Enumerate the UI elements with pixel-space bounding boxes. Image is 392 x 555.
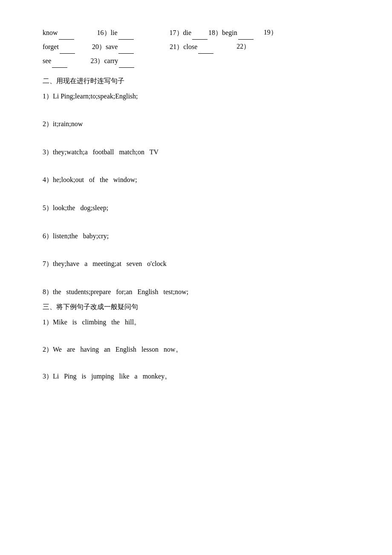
item-text: 1）Mike is climbing the hill。 <box>43 318 141 326</box>
item-num: 5）look;the dog;sleep; <box>43 204 108 211</box>
part2-item-7: 7）they;have a meeting;at seven o'clock <box>43 258 349 269</box>
item-23: 23）carry <box>90 54 135 68</box>
part2-items: 1）Li Ping;learn;to;speak;English; 2）it;r… <box>43 91 349 298</box>
item-17: 17）die 18）begin <box>170 26 254 40</box>
item-num: 3）they;watch;a football match;on TV <box>43 148 159 156</box>
part1-row1: know 16）lie 17）die 18）begin 19） <box>43 26 349 40</box>
part2-item-6: 6）listen;the baby;cry; <box>43 231 349 242</box>
part2-item-8: 8）the students;prepare for;an English te… <box>43 286 349 298</box>
item-text: 3）Li Ping is jumping like a monkey。 <box>43 373 171 380</box>
item-text: 2）We are having an English lesson now。 <box>43 346 182 353</box>
part2-title: 二、用现在进行时连写句子 <box>43 77 124 84</box>
item-num: 7）they;have a meeting;at seven o'clock <box>43 260 167 267</box>
part3-item-3: 3）Li Ping is jumping like a monkey。 <box>43 371 349 382</box>
part3-items: 1）Mike is climbing the hill。 2）We are ha… <box>43 317 349 382</box>
part3-item-2: 2）We are having an English lesson now。 <box>43 344 349 355</box>
item-20: 20）save <box>92 40 135 54</box>
item-21: 21）close <box>170 40 214 54</box>
item-num: 4）he;look;out of the window; <box>43 176 137 183</box>
item-num: 6）listen;the baby;cry; <box>43 232 109 240</box>
word-see: see <box>43 54 68 68</box>
part1-section: know 16）lie 17）die 18）begin 19） forget 2… <box>43 26 349 68</box>
word-know: know <box>43 26 75 40</box>
item-19-label: 19） <box>264 26 277 40</box>
part2-header: 二、用现在进行时连写句子 <box>43 75 349 87</box>
part3-header: 三、将下例句子改成一般疑问句 <box>43 301 349 312</box>
item-num: 1）Li Ping;learn;to;speak;English; <box>43 92 138 100</box>
item-22-label: 22） <box>236 40 250 54</box>
part2-item-5: 5）look;the dog;sleep; <box>43 202 349 214</box>
part2-item-3: 3）they;watch;a football match;on TV <box>43 147 349 158</box>
item-num: 8）the students;prepare for;an English te… <box>43 288 188 295</box>
part3-title: 三、将下例句子改成一般疑问句 <box>43 303 138 310</box>
word-forget: forget <box>43 40 76 54</box>
part2-item-1: 1）Li Ping;learn;to;speak;English; <box>43 91 349 102</box>
part3-item-1: 1）Mike is climbing the hill。 <box>43 317 349 328</box>
item-num: 2）it;rain;now <box>43 120 83 127</box>
part2-item-4: 4）he;look;out of the window; <box>43 174 349 185</box>
part1-row2: forget 20）save 21）close 22） <box>43 40 349 54</box>
part1-row3: see 23）carry <box>43 54 349 68</box>
part2-item-2: 2）it;rain;now <box>43 119 349 130</box>
item-16: 16）lie <box>97 26 135 40</box>
